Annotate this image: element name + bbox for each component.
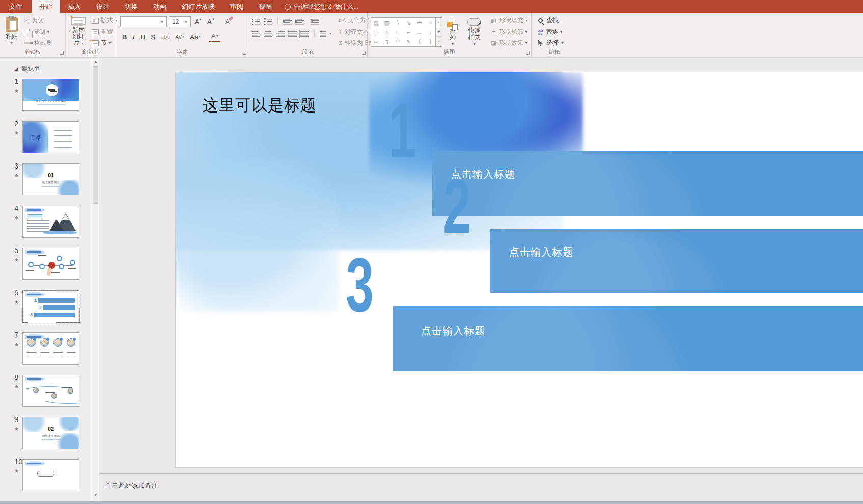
- arrange-button[interactable]: 排列 ▾: [444, 16, 461, 48]
- new-slide-button[interactable]: 新建 幻灯片 ▾: [69, 16, 88, 48]
- clipboard-dialog-launcher[interactable]: [60, 51, 64, 55]
- shape-elbow-arrow-icon[interactable]: ⌐: [405, 29, 412, 35]
- shape-gallery-scrollbar[interactable]: ▲ ▼ ⊽: [436, 17, 442, 47]
- section-button[interactable]: 节▾: [90, 38, 119, 48]
- increase-font-button[interactable]: A▴: [192, 16, 204, 27]
- font-color-button[interactable]: A▾: [209, 31, 220, 42]
- columns-icon[interactable]: [320, 31, 326, 37]
- font-name-combobox[interactable]: ▾: [120, 16, 167, 27]
- slide-title[interactable]: 这里可以是标题: [203, 95, 317, 116]
- gallery-scroll-down-icon[interactable]: ▼: [436, 27, 442, 37]
- item-number-1[interactable]: 1: [388, 102, 416, 159]
- tab-home[interactable]: 开始: [32, 0, 60, 13]
- tab-insert[interactable]: 插入: [60, 0, 89, 13]
- item-bar-1-label[interactable]: 点击输入标题: [451, 167, 515, 181]
- shape-fill-button[interactable]: ◧形状填充▾: [489, 16, 529, 25]
- gallery-scroll-up-icon[interactable]: ▲: [436, 18, 442, 27]
- align-right-icon[interactable]: [276, 31, 285, 37]
- shape-gallery[interactable]: ▤▥∖↘▭○ ▢△∟⌐→↓ ▱ʓ◠∿{}: [371, 17, 436, 47]
- section-collapse-icon[interactable]: ◢: [14, 66, 18, 71]
- tab-design[interactable]: 设计: [89, 0, 117, 13]
- font-size-combobox[interactable]: 12▾: [169, 16, 191, 27]
- item-bar-3[interactable]: 点击输入标题: [393, 306, 863, 371]
- font-name-dropdown-icon[interactable]: ▾: [159, 17, 165, 26]
- shape-effects-button[interactable]: ◪形状效果▾: [489, 38, 529, 48]
- distribute-icon[interactable]: [300, 31, 309, 37]
- tab-view[interactable]: 视图: [251, 0, 280, 13]
- replace-button[interactable]: abac替换▾: [537, 27, 565, 37]
- gallery-more-icon[interactable]: ⊽: [436, 37, 442, 46]
- shape-line-icon[interactable]: ∖: [395, 20, 401, 26]
- character-spacing-button[interactable]: AV▾: [174, 31, 187, 42]
- tab-animations[interactable]: 动画: [146, 0, 174, 13]
- shape-oval-icon[interactable]: ○: [427, 20, 434, 26]
- paragraph-dialog-launcher[interactable]: [362, 51, 366, 55]
- justify-icon[interactable]: [288, 31, 297, 37]
- slide-thumbnail-1[interactable]: 水彩风毕业论文答辩模版: [22, 79, 79, 111]
- copy-button[interactable]: 复制▾: [22, 27, 54, 37]
- bold-button[interactable]: B: [120, 31, 129, 42]
- align-center-icon[interactable]: [264, 31, 272, 37]
- slide-thumbnail-3[interactable]: 01 论文背景 简介: [22, 163, 79, 195]
- notes-placeholder[interactable]: 单击此处添加备注: [105, 481, 158, 490]
- shape-rectangle-icon[interactable]: ▭: [416, 20, 423, 26]
- paste-button[interactable]: 粘贴 ▾: [3, 16, 20, 48]
- item-bar-3-label[interactable]: 点击输入标题: [421, 324, 485, 338]
- shape-right-brace-icon[interactable]: }: [427, 38, 434, 44]
- tab-transitions[interactable]: 切换: [117, 0, 146, 13]
- shape-left-brace-icon[interactable]: {: [416, 38, 423, 44]
- align-left-icon[interactable]: [252, 31, 260, 37]
- drawing-dialog-launcher[interactable]: [526, 51, 530, 55]
- shape-freeform-icon[interactable]: ▱: [373, 38, 379, 45]
- item-bar-1[interactable]: 点击输入标题: [432, 151, 863, 216]
- layout-button[interactable]: 版式▾: [90, 16, 119, 25]
- scrollbar-thumb[interactable]: [93, 66, 98, 204]
- select-button[interactable]: 选择▾: [537, 38, 565, 48]
- font-dialog-launcher[interactable]: [243, 51, 246, 55]
- section-header[interactable]: ◢ 默认节: [14, 64, 40, 73]
- slide-thumbnail-5[interactable]: [22, 248, 79, 280]
- shape-arrow-line-icon[interactable]: ↘: [405, 20, 412, 26]
- tab-file[interactable]: 文件: [0, 0, 32, 13]
- shape-elbow-icon[interactable]: ∟: [395, 29, 401, 35]
- scroll-up-icon[interactable]: ▲: [92, 58, 99, 65]
- decrease-indent-icon[interactable]: [283, 18, 292, 25]
- shape-right-arrow-icon[interactable]: →: [416, 29, 423, 35]
- text-shadow-button[interactable]: S: [149, 31, 157, 42]
- line-spacing-icon[interactable]: [311, 18, 319, 25]
- cut-button[interactable]: ✂剪切: [22, 16, 54, 25]
- slide-thumbnail-2[interactable]: 目录: [22, 121, 79, 153]
- decrease-font-button[interactable]: A▾: [205, 16, 216, 27]
- format-painter-button[interactable]: 格式刷: [22, 38, 54, 48]
- tab-review[interactable]: 审阅: [222, 0, 251, 13]
- slide-thumbnail-8[interactable]: [22, 375, 79, 407]
- numbering-icon[interactable]: [264, 18, 272, 25]
- item-bar-2-label[interactable]: 点击输入标题: [509, 245, 573, 259]
- slide-thumbnail-7[interactable]: [22, 332, 79, 365]
- underline-button[interactable]: U: [138, 31, 147, 42]
- item-number-2[interactable]: 2: [443, 178, 471, 235]
- tell-me-box[interactable]: 告诉我您想要做什么...: [280, 0, 364, 13]
- bullets-icon[interactable]: [252, 18, 260, 25]
- shape-vertical-textbox-icon[interactable]: ▥: [383, 20, 390, 26]
- notes-pane[interactable]: 单击此处添加备注: [100, 473, 863, 501]
- font-size-dropdown-icon[interactable]: ▾: [183, 17, 189, 26]
- shape-outline-button[interactable]: ▱形状轮廓▾: [489, 27, 529, 37]
- shape-rounded-rect-icon[interactable]: ▢: [373, 29, 379, 36]
- shape-arc-icon[interactable]: ◠: [395, 38, 401, 45]
- find-button[interactable]: 查找: [537, 16, 565, 25]
- quick-styles-button[interactable]: 快速样式 ▾: [463, 16, 486, 48]
- tab-slideshow[interactable]: 幻灯片放映: [174, 0, 222, 13]
- clear-formatting-button[interactable]: A: [223, 16, 232, 27]
- reset-button[interactable]: 重置: [90, 27, 119, 37]
- shape-scribble-icon[interactable]: ʓ: [383, 38, 390, 44]
- scroll-down-icon[interactable]: ▼: [92, 491, 99, 499]
- slide-thumbnail-6-selected[interactable]: 1 2 3: [22, 290, 79, 322]
- shape-down-arrow-icon[interactable]: ↓: [427, 29, 434, 35]
- slide-thumbnail-9[interactable]: 02 研究过程 展示: [22, 417, 79, 449]
- slide-thumbnail-10[interactable]: [22, 459, 79, 491]
- shape-triangle-icon[interactable]: △: [383, 29, 390, 36]
- strikethrough-button[interactable]: abc: [159, 31, 172, 42]
- item-bar-2[interactable]: 点击输入标题: [490, 229, 863, 293]
- slide-canvas[interactable]: 这里可以是标题 1 点击输入标题 2 点击输入标题 3 点击输入标题: [176, 72, 863, 467]
